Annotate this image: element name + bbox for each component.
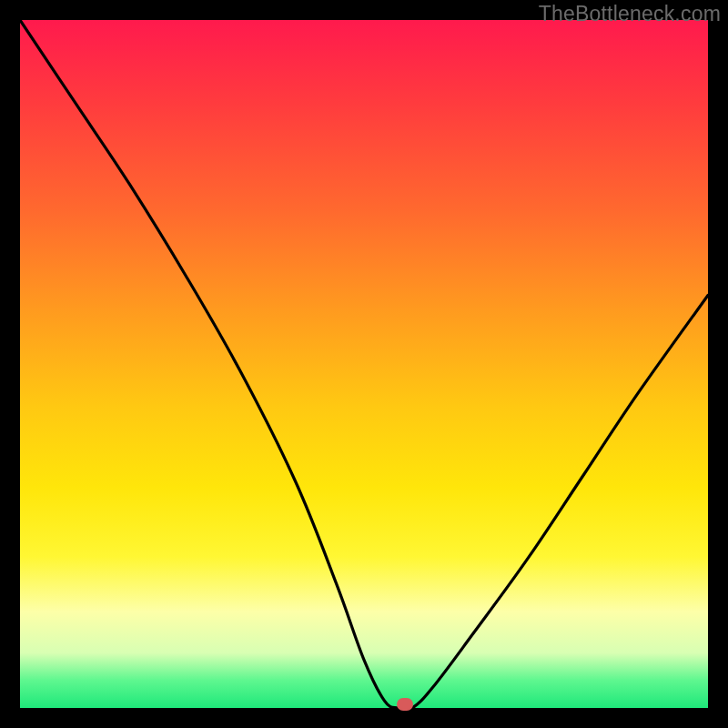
optimum-marker bbox=[397, 698, 413, 711]
bottleneck-curve bbox=[20, 20, 708, 708]
chart-frame: TheBottleneck.com bbox=[0, 0, 728, 728]
chart-plot-area bbox=[20, 20, 708, 708]
watermark-text: TheBottleneck.com bbox=[539, 2, 721, 26]
